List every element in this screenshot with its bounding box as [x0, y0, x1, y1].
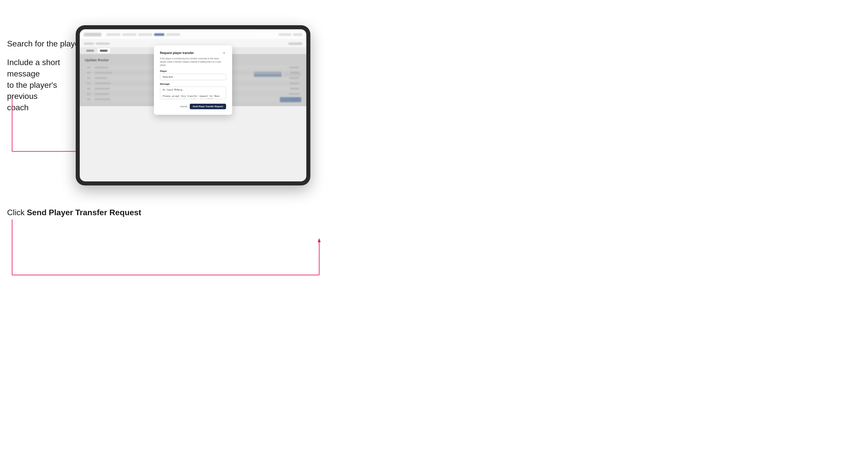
sub-header-item: [96, 43, 110, 45]
app-header: [80, 29, 306, 40]
player-field-label: Player: [160, 70, 226, 72]
tab-2-label: [100, 50, 107, 52]
svg-marker-6: [318, 238, 321, 242]
modal-overlay: Request player transfer × If the player …: [80, 54, 306, 106]
modal-close-button[interactable]: ×: [222, 51, 226, 55]
nav-right-item-1: [279, 33, 291, 36]
modal-footer: Cancel Send Player Transfer Request: [160, 104, 226, 109]
tab-1-label: [86, 50, 94, 52]
sub-header-action: [288, 42, 302, 45]
nav-item-1: [106, 33, 120, 36]
cancel-button[interactable]: Cancel: [180, 105, 187, 108]
nav-item-2: [122, 33, 136, 36]
annotation-click: Click Send Player Transfer Request: [7, 207, 141, 218]
nav-item-4: [166, 33, 180, 36]
nav-item-3: [138, 33, 152, 36]
nav-right: [279, 33, 302, 36]
request-transfer-modal: Request player transfer × If the player …: [154, 45, 232, 115]
tablet-device: Update Roster: [76, 25, 310, 185]
sub-header-breadcrumb: [84, 43, 94, 45]
modal-title: Request player transfer: [160, 51, 194, 55]
app-nav: [106, 33, 180, 36]
message-field-label: Message: [160, 83, 226, 85]
player-search-input[interactable]: [160, 74, 226, 80]
modal-description: If the player is transferring from anoth…: [160, 57, 226, 67]
send-transfer-request-button[interactable]: Send Player Transfer Request: [190, 104, 226, 109]
tablet-screen: Update Roster: [80, 29, 306, 181]
annotation-message: Include a short messageto the player's p…: [7, 57, 78, 113]
message-textarea[interactable]: Hi Coach McHarg, Please accept this tran…: [160, 87, 226, 99]
tab-1: [84, 48, 96, 53]
annotation-search: Search for the player.: [7, 39, 84, 49]
nav-item-active: [154, 33, 164, 36]
modal-header: Request player transfer ×: [160, 51, 226, 55]
app-logo: [84, 33, 101, 36]
nav-right-item-2: [293, 33, 302, 36]
tab-2-active: [97, 48, 110, 53]
app-content: Update Roster: [80, 54, 306, 106]
